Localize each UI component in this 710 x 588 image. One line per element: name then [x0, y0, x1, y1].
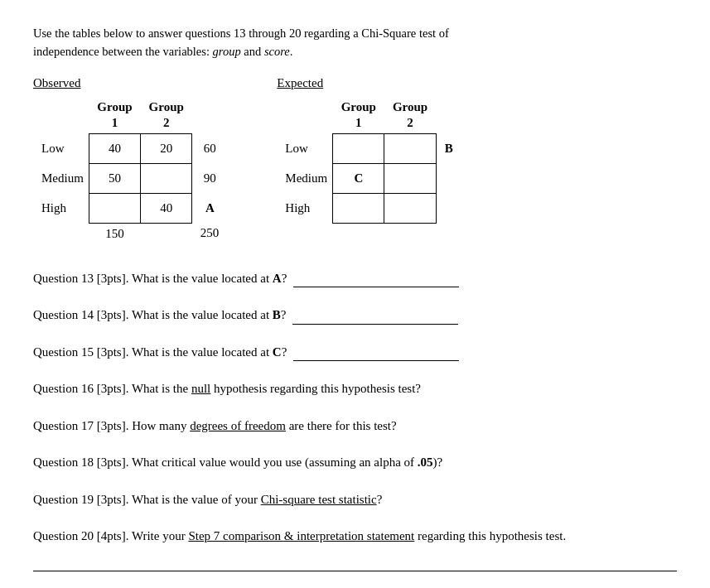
exp-g1-sub: 1	[333, 116, 384, 134]
exp-high-extra	[436, 193, 461, 223]
obs-label-high: High	[33, 193, 89, 223]
answer-line-14	[292, 324, 458, 325]
exp-label-medium: Medium	[277, 163, 332, 193]
obs-row-high: High 40 A	[33, 193, 227, 223]
obs-g2-sub: 2	[141, 116, 192, 134]
exp-medium-extra	[436, 163, 461, 193]
question-14: Question 14 [3pts]. What is the value lo…	[33, 306, 677, 325]
exp-low-g1	[333, 133, 384, 163]
obs-col-total-overall: 250	[192, 223, 228, 244]
exp-g2-sub: 2	[384, 116, 436, 134]
obs-low-g2: 20	[141, 133, 192, 163]
exp-row-medium: Medium C	[277, 163, 461, 193]
obs-g1-sub: 1	[89, 116, 140, 134]
obs-medium-g2	[141, 163, 192, 193]
obs-g1-header: Group	[89, 97, 140, 116]
observed-table: Group Group 1 2 Low 40 20 60 Medium 50	[33, 97, 227, 244]
questions-section: Question 13 [3pts]. What is the value lo…	[33, 269, 677, 546]
obs-low-total: 60	[192, 133, 228, 163]
tables-container: Observed Group Group 1 2 Low 40 20 60	[33, 76, 677, 244]
expected-section: Expected Group Group 1 2 Low B	[277, 76, 461, 224]
intro-italic1: group	[213, 45, 241, 58]
answer-line-15	[293, 360, 459, 361]
obs-totals-row: 150 250	[33, 223, 227, 244]
question-16: Question 16 [3pts]. What is the null hyp…	[33, 379, 677, 398]
question-18: Question 18 [3pts]. What critical value …	[33, 453, 677, 472]
obs-row-medium: Medium 50 90	[33, 163, 227, 193]
bottom-divider	[33, 571, 677, 571]
exp-row-high: High	[277, 193, 461, 223]
expected-table: Group Group 1 2 Low B Medium C	[277, 97, 461, 224]
answer-line-13	[293, 287, 459, 287]
question-13: Question 13 [3pts]. What is the value lo…	[33, 269, 677, 288]
exp-low-g2	[384, 133, 436, 163]
intro-paragraph: Use the tables below to answer questions…	[33, 25, 663, 61]
observed-section: Observed Group Group 1 2 Low 40 20 60	[33, 76, 227, 244]
obs-label-medium: Medium	[33, 163, 89, 193]
obs-label-low: Low	[33, 133, 89, 163]
obs-g2-header: Group	[141, 97, 192, 116]
expected-title: Expected	[277, 76, 461, 90]
obs-high-g2: 40	[141, 193, 192, 223]
obs-low-g1: 40	[89, 133, 140, 163]
exp-row-low: Low B	[277, 133, 461, 163]
question-15: Question 15 [3pts]. What is the value lo…	[33, 343, 677, 362]
exp-high-g1	[333, 193, 384, 223]
obs-medium-total: 90	[192, 163, 228, 193]
obs-high-g1	[89, 193, 140, 223]
intro-end: .	[290, 45, 293, 58]
question-20: Question 20 [4pts]. Write your Step 7 co…	[33, 527, 677, 546]
exp-medium-g2	[384, 163, 436, 193]
exp-low-extra: B	[436, 133, 461, 163]
exp-high-g2	[384, 193, 436, 223]
obs-col-total-g1: 150	[89, 223, 140, 244]
intro-line1: Use the tables below to answer questions…	[33, 27, 449, 40]
obs-row-low: Low 40 20 60	[33, 133, 227, 163]
exp-label-low: Low	[277, 133, 332, 163]
intro-and: and	[241, 45, 264, 58]
exp-g1-header: Group	[333, 97, 384, 116]
obs-medium-g1: 50	[89, 163, 140, 193]
observed-title: Observed	[33, 76, 227, 90]
obs-high-total: A	[192, 193, 228, 223]
exp-g2-header: Group	[384, 97, 436, 116]
exp-label-high: High	[277, 193, 332, 223]
question-19: Question 19 [3pts]. What is the value of…	[33, 490, 677, 509]
intro-line2: independence between the variables:	[33, 45, 213, 58]
question-17: Question 17 [3pts]. How many degrees of …	[33, 417, 677, 436]
intro-italic2: score	[264, 45, 290, 58]
exp-medium-g1: C	[333, 163, 384, 193]
